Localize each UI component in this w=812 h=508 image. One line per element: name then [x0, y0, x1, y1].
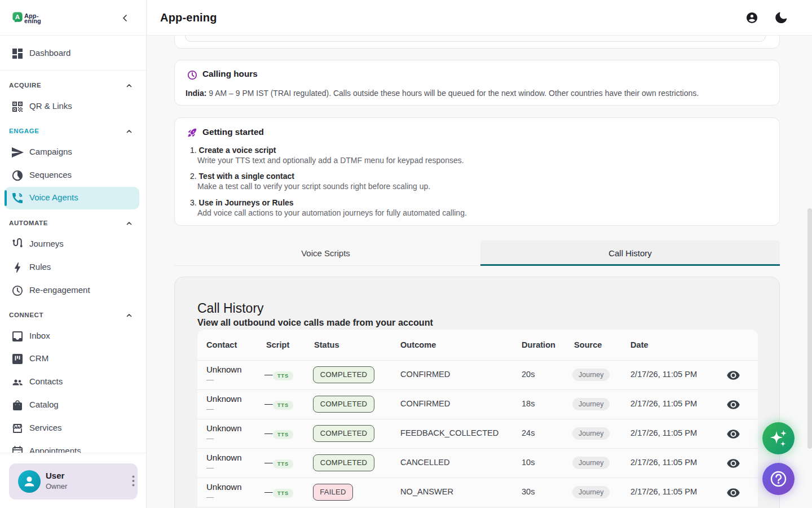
- svg-text:A: A: [15, 13, 20, 20]
